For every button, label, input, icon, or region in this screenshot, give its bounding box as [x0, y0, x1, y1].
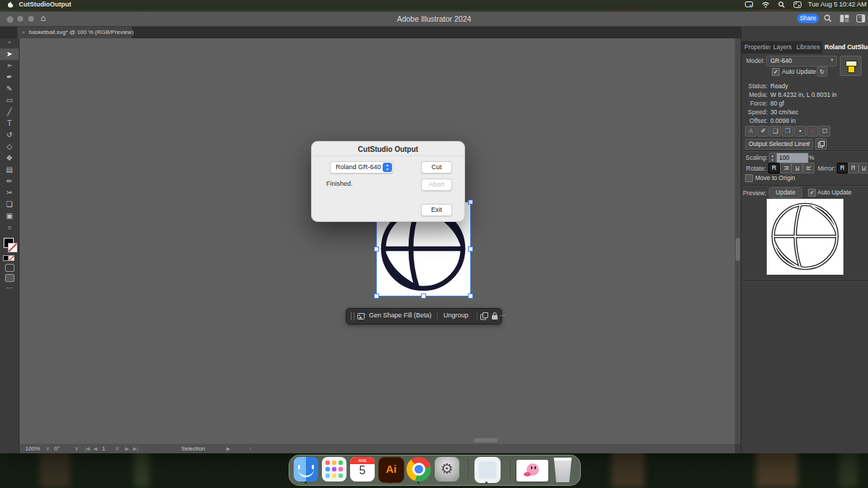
scaling-stepper[interactable]: ▴▾ — [769, 153, 776, 163]
screen-mode-icon[interactable] — [5, 274, 14, 282]
artboard-dropdown-icon[interactable]: ∨ — [115, 444, 119, 453]
vertical-scrollbar-thumb[interactable] — [736, 238, 740, 261]
zoom-tool[interactable]: ○ — [0, 222, 19, 234]
canvas[interactable] — [20, 38, 735, 444]
next-artboard-icon[interactable]: ▶ — [125, 444, 129, 453]
last-artboard-icon[interactable]: ▶| — [133, 444, 138, 453]
rectangle-tool[interactable]: ▭ — [0, 95, 19, 106]
dock-kirby-image[interactable] — [516, 460, 548, 481]
control-center-icon[interactable] — [793, 1, 801, 8]
refresh-button[interactable]: ↻ — [817, 67, 827, 77]
zoom-dropdown-icon[interactable]: ∨ — [46, 444, 50, 453]
panel-menu-icon[interactable]: ≡ — [861, 42, 865, 50]
exit-button[interactable]: Exit — [421, 204, 452, 216]
rotate-270-button[interactable]: R — [803, 163, 814, 174]
lock-icon[interactable] — [491, 312, 498, 320]
share-button[interactable]: Share — [797, 14, 819, 23]
dock-finder-icon[interactable] — [294, 457, 318, 481]
auto-update-checkbox[interactable]: ✓ — [772, 68, 780, 76]
none-color-icon[interactable] — [9, 255, 14, 261]
rotate-90-button[interactable]: R — [780, 163, 791, 174]
selection-tool[interactable]: ➤ — [0, 48, 19, 60]
tab-properties[interactable]: Properties — [744, 41, 770, 53]
scaling-input[interactable]: 100 — [776, 153, 809, 163]
panel-expand-icon[interactable]: » — [859, 14, 861, 20]
solid-toggle[interactable]: ▪ — [794, 126, 806, 137]
preview-update-button[interactable]: Update — [769, 187, 802, 198]
close-tab-icon[interactable]: × — [22, 27, 25, 38]
zoom-level[interactable]: 100% — [25, 444, 40, 453]
dock-settings-icon[interactable]: ⚙ — [435, 457, 459, 481]
selection-handle[interactable] — [374, 247, 379, 252]
document-tab[interactable]: × basketball.svg* @ 100 % (RGB/Preview) — [17, 27, 132, 38]
active-app-menu[interactable]: CutStudioOutput — [19, 0, 71, 9]
menubar-clock[interactable]: 10:42 AM — [839, 0, 867, 9]
selection-handle[interactable] — [468, 294, 473, 299]
dock-illustrator-icon[interactable]: Ai — [378, 457, 404, 483]
status-collapse-icon[interactable]: ‹ — [250, 444, 252, 453]
rotation-dropdown-icon[interactable]: ∨ — [75, 444, 79, 453]
move-to-origin-checkbox[interactable] — [745, 174, 753, 182]
search-icon[interactable] — [824, 14, 832, 22]
cutter-device-button[interactable] — [840, 56, 861, 76]
more-tools-icon[interactable]: ⋯ — [0, 284, 19, 291]
selection-handle[interactable] — [468, 247, 473, 252]
abort-button[interactable]: Abort — [421, 179, 452, 191]
duplicate-icon[interactable] — [480, 312, 488, 320]
spotlight-search-icon[interactable] — [778, 1, 785, 8]
first-artboard-icon[interactable]: |◀ — [85, 444, 90, 453]
ungroup-button[interactable]: Ungroup — [443, 312, 469, 319]
direct-selection-tool[interactable]: ➣ — [0, 60, 19, 72]
gen-shape-fill-button[interactable]: Gen Shape Fill (Beta) — [369, 312, 432, 319]
wifi-icon[interactable] — [762, 1, 770, 8]
stroke-color-swatch[interactable] — [8, 243, 17, 252]
dock-chrome-icon[interactable] — [407, 457, 431, 481]
pen-tool[interactable]: ✒ — [0, 72, 19, 83]
artboard-number[interactable]: 1 — [102, 444, 105, 453]
scissors-tool[interactable]: ✂ — [0, 187, 19, 199]
rotate-0-button[interactable]: R — [768, 163, 780, 174]
fill-shapes-toggle[interactable]: ❒ — [782, 126, 793, 137]
export-lines-button[interactable] — [815, 138, 827, 150]
cut-button[interactable]: Cut — [421, 161, 452, 174]
curvature-tool[interactable]: ✎ — [0, 83, 19, 95]
expand-tools-icon[interactable]: » — [0, 39, 19, 46]
selection-handle[interactable] — [468, 200, 473, 205]
rotate-180-button[interactable]: R — [791, 163, 803, 174]
knife-toggle[interactable]: ✐ — [757, 126, 769, 137]
dock-calendar-icon[interactable]: AUG 5 — [350, 457, 375, 481]
preview-auto-update-checkbox[interactable]: ✓ — [808, 189, 816, 197]
device-dropdown[interactable]: Roland GR-640 ▲▼ — [330, 161, 393, 174]
display-mirroring-icon[interactable] — [745, 1, 753, 8]
apple-logo-icon[interactable] — [7, 1, 14, 8]
horizontal-scrollbar-thumb[interactable] — [474, 438, 498, 442]
draw-mode-icon[interactable] — [5, 264, 14, 272]
shapes-toggle[interactable]: ❏ — [770, 126, 781, 137]
vertical-scrollbar[interactable] — [735, 38, 741, 444]
prev-artboard-icon[interactable]: ◀ — [93, 444, 97, 453]
scale-tool[interactable]: ◇ — [0, 141, 19, 153]
artboard-tool[interactable]: ▣ — [0, 210, 19, 222]
text-output-toggle[interactable]: A — [745, 126, 757, 137]
dock-cutstudio-icon[interactable] — [475, 457, 501, 483]
workspace-switcher-icon[interactable] — [840, 14, 849, 22]
shape-builder-tool[interactable]: ❏ — [0, 199, 19, 210]
model-dropdown[interactable]: GR-640 ▾ — [766, 56, 837, 67]
menubar-date[interactable]: Tue Aug 5 — [808, 0, 838, 9]
selection-handle[interactable] — [421, 294, 426, 299]
gradient-tool[interactable]: ▤ — [0, 164, 19, 176]
rotate-tool[interactable]: ↺ — [0, 129, 19, 141]
drag-handle[interactable] — [351, 312, 354, 320]
output-mode-dropdown[interactable]: Output Selected Lines ▾ — [745, 139, 813, 150]
tab-libraries[interactable]: Libraries — [796, 41, 820, 53]
line-tool[interactable]: ╱ — [0, 106, 19, 118]
status-expand-icon[interactable]: ▶ — [226, 444, 230, 453]
mirror-vertical-button[interactable]: R — [859, 163, 868, 174]
dock-launchpad-icon[interactable] — [322, 457, 346, 481]
selection-area-toggle[interactable]: ☐ — [819, 126, 830, 137]
rotation-value[interactable]: 0° — [54, 444, 60, 453]
pencil-tool[interactable]: ✏ — [0, 176, 19, 187]
more-options-icon[interactable]: ⋯ — [500, 312, 506, 319]
mirror-none-button[interactable]: R — [837, 163, 848, 174]
tab-layers[interactable]: Layers — [773, 41, 792, 53]
